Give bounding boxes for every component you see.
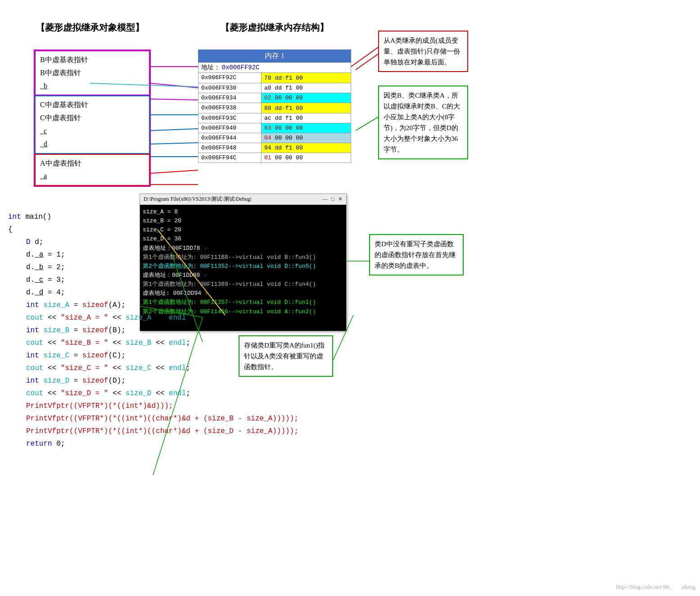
watermark-name: zhang bbox=[682, 583, 695, 591]
code-cout-B: cout << "size_B = " << size_B << endl; bbox=[8, 337, 369, 349]
code-print1: PrintVfptr((VFPTR*)(*((int*)&d))); bbox=[8, 400, 369, 412]
code-main-line: int main() bbox=[8, 211, 369, 223]
title-center: 【菱形虚拟继承内存结构】 bbox=[221, 22, 329, 34]
c-vptr-label: C中虚表指针 bbox=[40, 112, 145, 125]
code-d-a: d._a = 1; bbox=[8, 248, 369, 261]
code-d-b: d._b = 2; bbox=[8, 261, 369, 274]
memory-val-5: 03 00 00 00 bbox=[262, 123, 351, 133]
svg-line-12 bbox=[356, 54, 378, 70]
c-vbptr-label: C中虚基表指针 bbox=[40, 99, 145, 112]
memory-row-2: 0x006FF934 02 00 00 00 bbox=[198, 93, 351, 103]
code-cout-D: cout << "size_D = " << size_D << endl; bbox=[8, 387, 369, 400]
d-member-label: _d bbox=[40, 138, 145, 151]
code-d-c: d._c = 3; bbox=[8, 274, 369, 286]
a-section: A中虚表指针 _a bbox=[35, 154, 150, 186]
b-vptr-label: B中虚表指针 bbox=[40, 67, 145, 80]
memory-addr-label: 地址： 0x006FF92C bbox=[198, 63, 351, 73]
memory-addr-3: 0x006FF938 bbox=[199, 103, 262, 113]
memory-val-7: 94 dd f1 00 bbox=[262, 143, 351, 153]
code-sizeA-decl: int size_A = sizeof(A); bbox=[8, 299, 369, 312]
b-member-label: _b bbox=[40, 80, 145, 93]
code-area: int main() { D d; d._a = 1; d._b = 2; d.… bbox=[0, 211, 369, 450]
memory-val-1: a0 dd f1 00 bbox=[262, 83, 351, 93]
code-cout-A: cout << "size_A = " << size_A << endl; bbox=[8, 312, 369, 324]
memory-row-8: 0x006FF94C 01 00 00 00 bbox=[198, 153, 351, 163]
annotation-mid-right: 因类B、类C继承类A，所以虚拟继承时类B、C的大小应加上类A的大小(8字节)，为… bbox=[378, 86, 468, 159]
memory-addr-7: 0x006FF948 bbox=[199, 143, 262, 153]
svg-line-5 bbox=[151, 143, 198, 144]
a-member-label: _a bbox=[40, 170, 145, 183]
code-return: return 0; bbox=[8, 438, 369, 450]
svg-line-7 bbox=[151, 170, 198, 173]
memory-row-4: 0x006FF93C ac dd f1 00 bbox=[198, 113, 351, 123]
memory-row-0: 0x006FF92C 78 dd☆f1 00 bbox=[198, 73, 351, 83]
console-controls[interactable]: — □ ✕ bbox=[322, 196, 343, 203]
c-member-label: _c bbox=[40, 125, 145, 138]
svg-line-2 bbox=[151, 99, 198, 100]
svg-line-1 bbox=[151, 83, 198, 88]
b-vbptr-label: B中虚基表指针 bbox=[40, 54, 145, 67]
code-main-name: main() bbox=[25, 213, 51, 221]
memory-row-3: 0x006FF938 88 dd☆f1 00 bbox=[198, 103, 351, 113]
memory-row-6: 0x006FF944 04 00 00 00 bbox=[198, 133, 351, 143]
annotation-mid-right-text: 因类B、类C继承类A，所以虚拟继承时类B、C的大小应加上类A的大小(8字节)，为… bbox=[384, 92, 460, 153]
svg-line-13 bbox=[356, 117, 378, 131]
code-cout-C: cout << "size_C = " << size_C << endl; bbox=[8, 362, 369, 375]
code-print2: PrintVfptr((VFPTR*)(*((int*)((char*)&d +… bbox=[8, 412, 369, 425]
code-d-d: d._d = 4; bbox=[8, 286, 369, 299]
memory-val-6: 04 00 00 00 bbox=[262, 133, 351, 143]
code-sizeD-decl: int size_D = sizeof(D); bbox=[8, 375, 369, 387]
memory-addr-8: 0x006FF94C bbox=[199, 153, 262, 163]
memory-val-2: 02 00 00 00 bbox=[262, 93, 351, 103]
code-sizeB-decl: int size_B = sizeof(B); bbox=[8, 324, 369, 337]
code-d-decl: D d; bbox=[8, 236, 369, 248]
memory-val-4: ac dd f1 00 bbox=[262, 113, 351, 123]
annotation-bottom-right1: 类D中没有重写子类虚函数的虚函数指针存放在首先继承的类B的虚表中。 bbox=[369, 234, 464, 275]
memory-val-3: 88 dd☆f1 00 bbox=[262, 103, 351, 113]
console-titlebar: D:\Program File(x86)\VS2013\测试\测试\Debug\… bbox=[140, 194, 346, 205]
memory-row-5: 0x006FF940 03 00 00 00 bbox=[198, 123, 351, 133]
annotation-top-right: 从A类继承的成员(成员变量、虚表指针)只存储一份单独放在对象最后面。 bbox=[378, 31, 468, 72]
console-close-btn[interactable]: ✕ bbox=[338, 196, 343, 203]
watermark-url: http://blog.csdn.net/Mr_ bbox=[616, 583, 673, 591]
code-int-keyword: int bbox=[8, 213, 21, 221]
memory-table: 内存 1 地址： 0x006FF92C 0x006FF92C 78 dd☆f1 … bbox=[198, 50, 351, 163]
svg-line-9 bbox=[351, 47, 378, 67]
code-sizeC-decl: int size_C = sizeof(C); bbox=[8, 349, 369, 362]
object-model: B中虚基表指针 B中虚表指针 _b C中虚基表指针 C中虚表指针 _c _d A… bbox=[34, 50, 151, 187]
memory-addr-4: 0x006FF93C bbox=[199, 113, 262, 123]
annotation-bottom-right1-text: 类D中没有重写子类虚函数的虚函数指针存放在首先继承的类B的虚表中。 bbox=[375, 240, 456, 269]
console-minimize-btn[interactable]: — bbox=[322, 196, 328, 203]
svg-line-4 bbox=[151, 129, 198, 131]
b-section: B中虚基表指针 B中虚表指针 _b bbox=[35, 50, 150, 95]
code-brace-open: { bbox=[8, 223, 369, 236]
memory-addr-0: 0x006FF92C bbox=[199, 73, 262, 83]
c-section: C中虚基表指针 C中虚表指针 _c _d bbox=[35, 95, 150, 154]
memory-addr-2: 0x006FF934 bbox=[199, 93, 262, 103]
memory-row-1: 0x006FF930 a0 dd f1 00 bbox=[198, 83, 351, 93]
console-maximize-btn[interactable]: □ bbox=[331, 196, 334, 203]
code-print3: PrintVfptr((VFPTR*)(*((int*)((char*)&d +… bbox=[8, 425, 369, 438]
memory-row-7: 0x006FF948 94 dd f1 00 bbox=[198, 143, 351, 153]
memory-val-0: 78 dd☆f1 00 bbox=[262, 73, 351, 83]
title-left: 【菱形虚拟继承对象模型】 bbox=[36, 22, 144, 34]
memory-addr-5: 0x006FF940 bbox=[199, 123, 262, 133]
annotation-top-right-text: 从A类继承的成员(成员变量、虚表指针)只存储一份单独放在对象最后面。 bbox=[384, 37, 460, 66]
memory-val-8: 01 00 00 00 bbox=[262, 153, 351, 163]
memory-addr-1: 0x006FF930 bbox=[199, 83, 262, 93]
memory-title: 内存 1 bbox=[198, 50, 351, 63]
a-vptr-label: A中虚表指针 bbox=[40, 157, 145, 170]
console-title: D:\Program File(x86)\VS2013\测试\测试\Debug\ bbox=[144, 195, 252, 203]
memory-addr-6: 0x006FF944 bbox=[199, 133, 262, 143]
